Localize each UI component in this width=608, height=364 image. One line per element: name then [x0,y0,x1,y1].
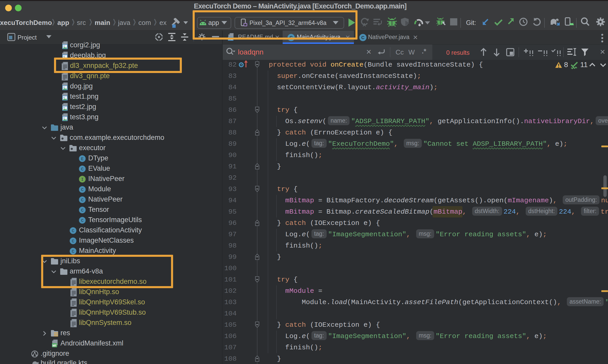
svg-text:C: C [72,229,74,233]
svg-text:C: C [81,188,84,192]
svg-text:I: I [81,177,84,182]
svg-text:E: E [81,157,84,161]
svg-text:C: C [81,208,84,213]
svg-text:C: C [81,219,84,223]
svg-text:C: C [81,167,84,172]
svg-text:C: C [72,249,74,254]
svg-text:MF: MF [52,344,57,347]
svg-text:C: C [81,198,84,203]
svg-text:C: C [361,35,364,40]
svg-text:C: C [72,239,74,244]
svg-text:A: A [363,22,366,27]
